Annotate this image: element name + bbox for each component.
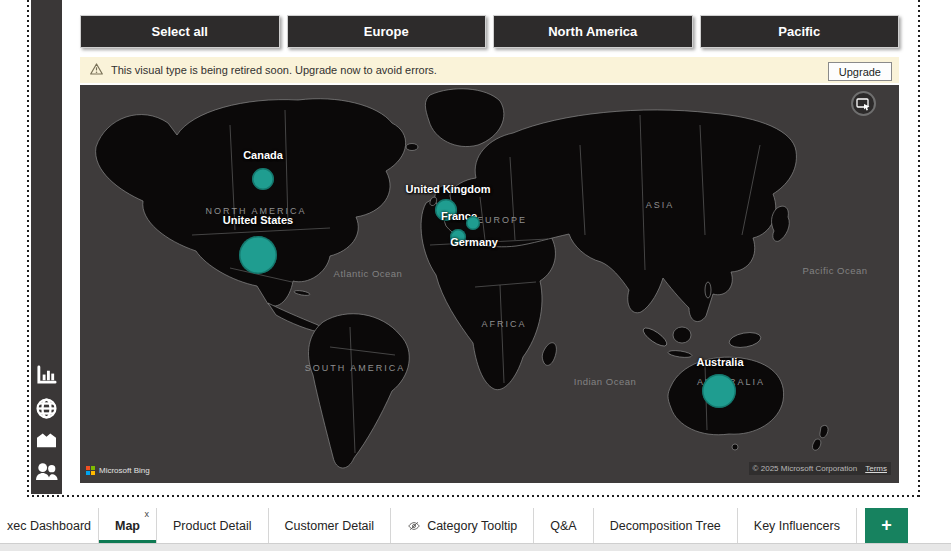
map-bubble-united-states[interactable]	[239, 236, 277, 274]
world-map-silhouette	[80, 85, 899, 483]
tab-label: Map	[115, 519, 140, 533]
tab-decomposition-tree[interactable]: Decomposition Tree	[594, 508, 738, 543]
bing-attribution: Microsoft Bing	[86, 466, 150, 475]
selection-border-left	[27, 0, 29, 497]
tab-label: Q&A	[550, 519, 576, 533]
map-label-united-states: United States	[223, 214, 293, 226]
terms-link[interactable]: Terms	[865, 464, 887, 473]
filter-button-pacific[interactable]: Pacific	[700, 15, 900, 48]
retirement-banner: This visual type is being retired soon. …	[80, 57, 899, 83]
ocean-label-pacific-ocean: Pacific Ocean	[802, 265, 867, 276]
package-icon[interactable]	[35, 431, 58, 450]
globe-icon[interactable]	[35, 397, 58, 420]
upgrade-button[interactable]: Upgrade	[828, 62, 892, 81]
continent-label-europe: EUROPE	[477, 215, 527, 225]
warning-icon	[90, 61, 103, 79]
new-page-button[interactable]: +	[865, 508, 908, 543]
copyright-text: © 2025 Microsoft Corporation	[753, 464, 858, 473]
map-bubble-australia[interactable]	[702, 374, 736, 408]
tab-label: Product Detail	[173, 519, 252, 533]
continent-label-south-america: SOUTH AMERICA	[305, 363, 406, 373]
ocean-label-indian-ocean: Indian Ocean	[574, 376, 637, 387]
bottom-strip	[0, 543, 951, 551]
map-copyright: © 2025 Microsoft Corporation Terms	[749, 462, 891, 475]
filter-button-select-all[interactable]: Select all	[80, 15, 280, 48]
hidden-eye-icon	[407, 520, 421, 532]
tab-label: Customer Detail	[285, 519, 375, 533]
page-thumbnail-sidebar	[31, 0, 62, 494]
microsoft-logo-icon	[86, 466, 95, 475]
continent-label-africa: AFRICA	[481, 319, 526, 329]
selection-border-right	[918, 0, 920, 497]
tab-customer-detail[interactable]: Customer Detail	[269, 508, 392, 543]
tab-q-a[interactable]: Q&A	[534, 508, 593, 543]
filter-button-row: Select allEuropeNorth AmericaPacific	[80, 15, 899, 48]
selection-border-bottom	[27, 495, 920, 497]
map-label-australia: Australia	[696, 356, 743, 368]
tab-label: Decomposition Tree	[610, 519, 721, 533]
tab-label: Key Influencers	[754, 519, 840, 533]
banner-message: This visual type is being retired soon. …	[111, 64, 437, 76]
map-bubble-canada[interactable]	[252, 168, 274, 190]
tab-map[interactable]: Mapx	[99, 508, 157, 543]
filter-button-europe[interactable]: Europe	[287, 15, 487, 48]
continent-label-asia: ASIA	[646, 200, 675, 210]
map-bubble-germany[interactable]	[466, 216, 480, 230]
tab-close-icon[interactable]: x	[145, 509, 150, 519]
tab-product-detail[interactable]: Product Detail	[157, 508, 269, 543]
tab-key-influencers[interactable]: Key Influencers	[738, 508, 857, 543]
tab-label: xec Dashboard	[7, 519, 91, 533]
visual-header-pointer-button[interactable]	[851, 91, 876, 116]
tab-category-tooltip[interactable]: Category Tooltip	[391, 508, 534, 543]
bing-attribution-label: Microsoft Bing	[99, 466, 150, 475]
bar-chart-icon[interactable]	[35, 365, 58, 386]
tab-bar: xec DashboardMapxProduct DetailCustomer …	[0, 508, 951, 543]
people-icon[interactable]	[34, 461, 59, 482]
map-visual[interactable]: Microsoft Bing © 2025 Microsoft Corporat…	[80, 85, 899, 483]
filter-button-north-america[interactable]: North America	[493, 15, 693, 48]
tab-xec-dashboard[interactable]: xec Dashboard	[0, 508, 99, 543]
map-label-canada: Canada	[243, 149, 283, 161]
ocean-label-atlantic-ocean: Atlantic Ocean	[334, 268, 403, 279]
map-label-united-kingdom: United Kingdom	[406, 183, 491, 195]
map-label-germany: Germany	[450, 236, 498, 248]
tab-label: Category Tooltip	[427, 519, 517, 533]
